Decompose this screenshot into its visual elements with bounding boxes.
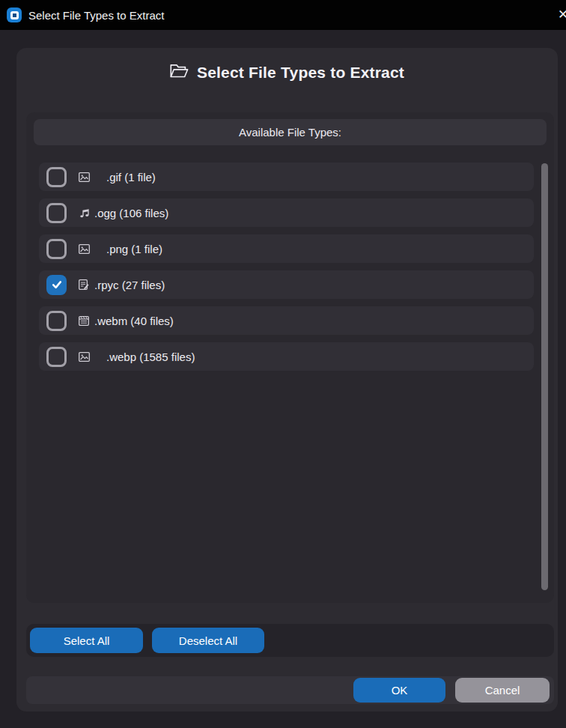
app-logo-inner-square [10,11,19,19]
file-type-list: .gif (1 file) .ogg (106 files) .png (1 f… [39,163,534,378]
file-type-row[interactable]: .webp (1585 files) [39,342,534,371]
file-type-list-panel: Available File Types: .gif (1 file) .ogg… [26,112,554,603]
dialog: Select File Types to Extract Available F… [16,48,558,712]
clapper-board-icon [78,315,90,327]
list-header: Available File Types: [34,119,547,145]
title-bar: Select File Types to Extract ✕ [0,0,566,30]
dialog-title: Select File Types to Extract [197,64,404,82]
checkbox[interactable] [46,203,67,223]
checkbox-checked[interactable] [46,275,67,295]
file-type-label: .gif (1 file) [106,171,156,183]
window-title: Select File Types to Extract [28,9,164,22]
select-all-button[interactable]: Select All [30,628,143,653]
file-type-row[interactable]: .webm (40 files) [39,306,534,335]
app-logo-icon [7,7,22,22]
file-type-label: .png (1 file) [106,243,162,255]
dialog-heading: Select File Types to Extract [16,60,558,85]
scrollbar-thumb[interactable] [541,163,548,590]
open-folder-icon [170,64,189,82]
checkbox[interactable] [46,311,67,331]
file-type-label: .webp (1585 files) [106,351,195,363]
framed-picture-icon [78,351,90,363]
confirm-toolbar: OK Cancel [26,676,554,704]
close-icon[interactable]: ✕ [554,6,566,24]
checkbox[interactable] [46,347,67,367]
file-type-row[interactable]: .gif (1 file) [39,163,534,191]
deselect-all-button[interactable]: Deselect All [152,628,264,653]
file-type-label: .rpyc (27 files) [94,279,165,291]
file-type-label: .webm (40 files) [94,315,174,327]
file-type-label: .ogg (106 files) [94,207,168,219]
cancel-button[interactable]: Cancel [455,678,550,703]
selection-toolbar: Select All Deselect All [26,624,554,657]
music-notes-icon [78,207,90,219]
checkbox[interactable] [46,239,67,259]
file-type-row[interactable]: .rpyc (27 files) [39,270,534,299]
framed-picture-icon [78,243,90,255]
framed-picture-icon [78,171,90,183]
ok-button[interactable]: OK [353,678,445,703]
checkbox[interactable] [46,167,67,187]
file-type-row[interactable]: .png (1 file) [39,234,534,263]
file-type-row[interactable]: .ogg (106 files) [39,198,534,227]
memo-icon [78,279,90,291]
